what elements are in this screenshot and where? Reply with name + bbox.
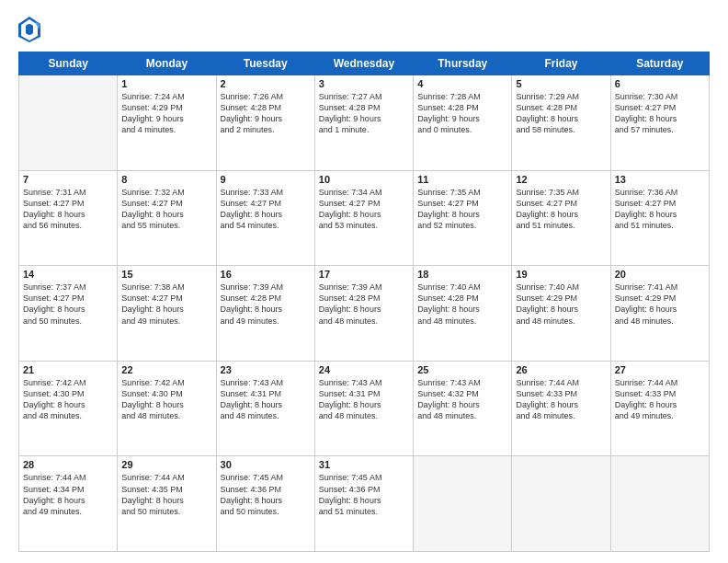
calendar-cell: 24Sunrise: 7:43 AMSunset: 4:31 PMDayligh… bbox=[314, 361, 413, 456]
calendar-cell: 7Sunrise: 7:31 AMSunset: 4:27 PMDaylight… bbox=[19, 170, 118, 266]
calendar-cell: 4Sunrise: 7:28 AMSunset: 4:28 PMDaylight… bbox=[414, 75, 512, 171]
weekday-header: Sunday bbox=[19, 52, 118, 75]
day-detail: Sunrise: 7:31 AMSunset: 4:27 PMDaylight:… bbox=[23, 187, 113, 232]
day-detail: Sunrise: 7:44 AMSunset: 4:34 PMDaylight:… bbox=[23, 472, 113, 517]
calendar-cell: 5Sunrise: 7:29 AMSunset: 4:28 PMDaylight… bbox=[512, 75, 610, 171]
calendar-cell: 13Sunrise: 7:36 AMSunset: 4:27 PMDayligh… bbox=[610, 170, 709, 266]
day-detail: Sunrise: 7:37 AMSunset: 4:27 PMDaylight:… bbox=[23, 282, 113, 327]
day-detail: Sunrise: 7:24 AMSunset: 4:29 PMDaylight:… bbox=[121, 91, 211, 136]
day-number: 29 bbox=[121, 459, 211, 470]
calendar-week-row: 21Sunrise: 7:42 AMSunset: 4:30 PMDayligh… bbox=[19, 361, 710, 456]
day-number: 2 bbox=[221, 78, 311, 89]
day-detail: Sunrise: 7:26 AMSunset: 4:28 PMDaylight:… bbox=[221, 91, 311, 136]
day-detail: Sunrise: 7:30 AMSunset: 4:27 PMDaylight:… bbox=[615, 91, 705, 136]
day-number: 23 bbox=[221, 364, 311, 375]
calendar-week-row: 7Sunrise: 7:31 AMSunset: 4:27 PMDaylight… bbox=[19, 170, 710, 266]
day-number: 22 bbox=[121, 364, 211, 375]
day-number: 14 bbox=[23, 269, 113, 280]
day-number: 13 bbox=[615, 174, 705, 185]
calendar-cell: 18Sunrise: 7:40 AMSunset: 4:28 PMDayligh… bbox=[414, 266, 512, 362]
day-number: 18 bbox=[417, 269, 507, 280]
calendar-cell: 27Sunrise: 7:44 AMSunset: 4:33 PMDayligh… bbox=[610, 361, 709, 456]
calendar-cell: 10Sunrise: 7:34 AMSunset: 4:27 PMDayligh… bbox=[314, 170, 413, 266]
calendar-cell: 17Sunrise: 7:39 AMSunset: 4:28 PMDayligh… bbox=[314, 266, 413, 362]
day-number: 17 bbox=[319, 269, 409, 280]
day-detail: Sunrise: 7:28 AMSunset: 4:28 PMDaylight:… bbox=[417, 91, 507, 136]
day-detail: Sunrise: 7:34 AMSunset: 4:27 PMDaylight:… bbox=[319, 187, 409, 232]
day-number: 5 bbox=[516, 78, 606, 89]
calendar-cell: 16Sunrise: 7:39 AMSunset: 4:28 PMDayligh… bbox=[216, 266, 314, 362]
weekday-header: Wednesday bbox=[314, 52, 413, 75]
day-detail: Sunrise: 7:43 AMSunset: 4:31 PMDaylight:… bbox=[221, 377, 311, 422]
day-detail: Sunrise: 7:40 AMSunset: 4:28 PMDaylight:… bbox=[417, 282, 507, 327]
calendar-cell: 3Sunrise: 7:27 AMSunset: 4:28 PMDaylight… bbox=[314, 75, 413, 171]
day-detail: Sunrise: 7:44 AMSunset: 4:33 PMDaylight:… bbox=[615, 377, 705, 422]
calendar-cell: 6Sunrise: 7:30 AMSunset: 4:27 PMDaylight… bbox=[610, 75, 709, 171]
day-number: 21 bbox=[23, 364, 113, 375]
logo-icon bbox=[18, 17, 40, 42]
calendar-cell: 29Sunrise: 7:44 AMSunset: 4:35 PMDayligh… bbox=[118, 456, 216, 552]
day-detail: Sunrise: 7:35 AMSunset: 4:27 PMDaylight:… bbox=[516, 187, 606, 232]
day-detail: Sunrise: 7:33 AMSunset: 4:27 PMDaylight:… bbox=[221, 187, 311, 232]
weekday-header: Friday bbox=[512, 52, 610, 75]
day-detail: Sunrise: 7:42 AMSunset: 4:30 PMDaylight:… bbox=[23, 377, 113, 422]
day-number: 15 bbox=[121, 269, 211, 280]
day-number: 16 bbox=[221, 269, 311, 280]
weekday-header: Saturday bbox=[610, 52, 709, 75]
day-number: 7 bbox=[23, 174, 113, 185]
calendar-cell bbox=[610, 456, 709, 552]
day-number: 8 bbox=[121, 174, 211, 185]
day-number: 30 bbox=[221, 459, 311, 470]
day-number: 6 bbox=[615, 78, 705, 89]
calendar-cell: 9Sunrise: 7:33 AMSunset: 4:27 PMDaylight… bbox=[216, 170, 314, 266]
calendar-cell: 31Sunrise: 7:45 AMSunset: 4:36 PMDayligh… bbox=[314, 456, 413, 552]
weekday-row: SundayMondayTuesdayWednesdayThursdayFrid… bbox=[19, 52, 710, 75]
calendar-cell: 19Sunrise: 7:40 AMSunset: 4:29 PMDayligh… bbox=[512, 266, 610, 362]
calendar-cell: 20Sunrise: 7:41 AMSunset: 4:29 PMDayligh… bbox=[610, 266, 709, 362]
calendar-cell: 11Sunrise: 7:35 AMSunset: 4:27 PMDayligh… bbox=[414, 170, 512, 266]
calendar-cell: 30Sunrise: 7:45 AMSunset: 4:36 PMDayligh… bbox=[216, 456, 314, 552]
calendar-cell: 25Sunrise: 7:43 AMSunset: 4:32 PMDayligh… bbox=[414, 361, 512, 456]
day-number: 20 bbox=[615, 269, 705, 280]
day-detail: Sunrise: 7:38 AMSunset: 4:27 PMDaylight:… bbox=[121, 282, 211, 327]
calendar-cell: 28Sunrise: 7:44 AMSunset: 4:34 PMDayligh… bbox=[19, 456, 118, 552]
header bbox=[18, 17, 710, 42]
day-detail: Sunrise: 7:29 AMSunset: 4:28 PMDaylight:… bbox=[516, 91, 606, 136]
calendar-cell: 8Sunrise: 7:32 AMSunset: 4:27 PMDaylight… bbox=[118, 170, 216, 266]
calendar-cell: 26Sunrise: 7:44 AMSunset: 4:33 PMDayligh… bbox=[512, 361, 610, 456]
day-detail: Sunrise: 7:36 AMSunset: 4:27 PMDaylight:… bbox=[615, 187, 705, 232]
day-number: 3 bbox=[319, 78, 409, 89]
calendar-cell: 15Sunrise: 7:38 AMSunset: 4:27 PMDayligh… bbox=[118, 266, 216, 362]
day-detail: Sunrise: 7:39 AMSunset: 4:28 PMDaylight:… bbox=[319, 282, 409, 327]
weekday-header: Thursday bbox=[414, 52, 512, 75]
day-number: 27 bbox=[615, 364, 705, 375]
calendar-cell bbox=[512, 456, 610, 552]
page: SundayMondayTuesdayWednesdayThursdayFrid… bbox=[0, 0, 728, 563]
day-number: 9 bbox=[221, 174, 311, 185]
day-detail: Sunrise: 7:39 AMSunset: 4:28 PMDaylight:… bbox=[221, 282, 311, 327]
calendar-cell: 1Sunrise: 7:24 AMSunset: 4:29 PMDaylight… bbox=[118, 75, 216, 171]
calendar-cell: 2Sunrise: 7:26 AMSunset: 4:28 PMDaylight… bbox=[216, 75, 314, 171]
weekday-header: Tuesday bbox=[216, 52, 314, 75]
calendar-cell: 14Sunrise: 7:37 AMSunset: 4:27 PMDayligh… bbox=[19, 266, 118, 362]
calendar-table: SundayMondayTuesdayWednesdayThursdayFrid… bbox=[18, 52, 710, 552]
calendar-cell: 12Sunrise: 7:35 AMSunset: 4:27 PMDayligh… bbox=[512, 170, 610, 266]
logo bbox=[18, 17, 44, 42]
day-number: 11 bbox=[417, 174, 507, 185]
calendar-body: 1Sunrise: 7:24 AMSunset: 4:29 PMDaylight… bbox=[19, 75, 710, 552]
day-detail: Sunrise: 7:42 AMSunset: 4:30 PMDaylight:… bbox=[121, 377, 211, 422]
day-detail: Sunrise: 7:45 AMSunset: 4:36 PMDaylight:… bbox=[319, 472, 409, 517]
calendar-cell: 23Sunrise: 7:43 AMSunset: 4:31 PMDayligh… bbox=[216, 361, 314, 456]
day-number: 31 bbox=[319, 459, 409, 470]
calendar-cell: 22Sunrise: 7:42 AMSunset: 4:30 PMDayligh… bbox=[118, 361, 216, 456]
day-number: 19 bbox=[516, 269, 606, 280]
day-detail: Sunrise: 7:27 AMSunset: 4:28 PMDaylight:… bbox=[319, 91, 409, 136]
calendar-header: SundayMondayTuesdayWednesdayThursdayFrid… bbox=[19, 52, 710, 75]
day-number: 24 bbox=[319, 364, 409, 375]
day-detail: Sunrise: 7:40 AMSunset: 4:29 PMDaylight:… bbox=[516, 282, 606, 327]
day-number: 10 bbox=[319, 174, 409, 185]
day-number: 25 bbox=[417, 364, 507, 375]
day-detail: Sunrise: 7:44 AMSunset: 4:35 PMDaylight:… bbox=[121, 472, 211, 517]
day-detail: Sunrise: 7:43 AMSunset: 4:31 PMDaylight:… bbox=[319, 377, 409, 422]
day-detail: Sunrise: 7:43 AMSunset: 4:32 PMDaylight:… bbox=[417, 377, 507, 422]
